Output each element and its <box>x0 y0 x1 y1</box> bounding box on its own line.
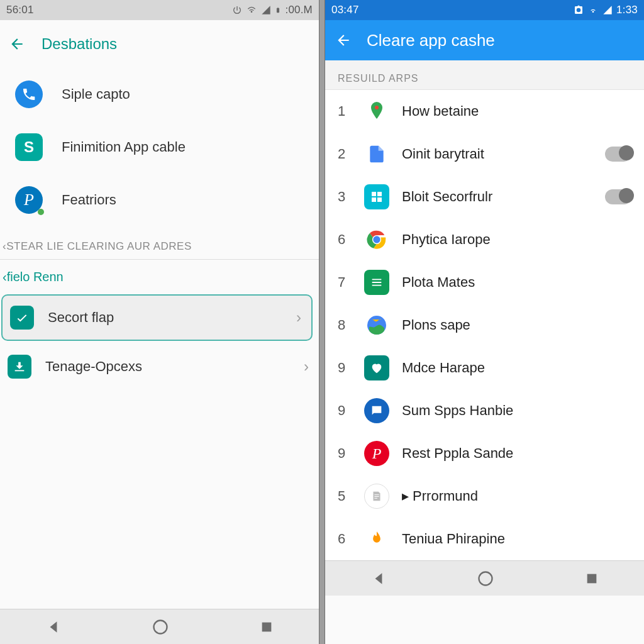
app-name: Phytica Iarope <box>402 231 491 248</box>
message-icon <box>370 404 384 418</box>
app-row[interactable]: 6 Phytica Iarope <box>325 218 644 261</box>
nav-back-icon[interactable] <box>45 619 62 635</box>
row-number: 9 <box>338 402 352 419</box>
docs-icon <box>367 144 387 164</box>
screen-divider <box>319 0 325 644</box>
status-time: 03:47 <box>331 4 359 16</box>
pinterest-icon: P <box>24 191 34 209</box>
status-dot-icon <box>38 209 44 215</box>
letter-s-icon: S <box>24 138 34 156</box>
entry-label: Siple capto <box>62 86 130 103</box>
row-number: 8 <box>338 317 352 333</box>
globe-icon <box>365 314 388 336</box>
nav-home-icon[interactable] <box>477 570 494 587</box>
row-number: 5 <box>338 488 352 504</box>
app-row[interactable]: 2 Oinit barytrait <box>325 133 644 175</box>
status-extra-text: 1:33 <box>616 4 638 16</box>
maps-icon <box>365 100 388 123</box>
app-header: Cleare app cashe <box>325 20 644 60</box>
app-row[interactable]: 9 P Rest Pppla Sande <box>325 432 644 475</box>
app-name: Sum Spps Hanbie <box>402 402 513 419</box>
battery-icon <box>275 5 281 15</box>
svg-rect-1 <box>262 622 272 631</box>
row-number: 6 <box>338 231 352 248</box>
back-arrow-icon[interactable] <box>9 36 25 52</box>
download-icon <box>13 360 26 374</box>
right-screen: 03:47 1:33 Cleare app cashe RESUILD ARPS… <box>325 0 644 644</box>
status-bar-right: 03:47 1:33 <box>325 0 644 20</box>
link-caption[interactable]: ‹fielo Renn <box>0 260 319 293</box>
app-row[interactable]: 5 ▸ Prrormund <box>325 475 644 518</box>
settings-entry-1[interactable]: S Finimition App cable <box>0 121 319 174</box>
power-icon <box>232 5 242 15</box>
heart-icon <box>370 361 384 375</box>
svg-rect-7 <box>587 574 597 583</box>
svg-point-4 <box>373 236 380 243</box>
flame-icon <box>368 530 386 548</box>
chevron-right-icon: › <box>304 358 313 375</box>
nav-recent-icon[interactable] <box>585 572 599 586</box>
status-bar-left: 56:01 :00.M <box>0 0 319 20</box>
row-secort-flap[interactable]: Secort flap › <box>1 294 313 341</box>
wifi-icon <box>246 5 257 15</box>
app-row[interactable]: 9 Sum Spps Hanbie <box>325 389 644 432</box>
svg-point-6 <box>479 572 492 585</box>
page-title: Cleare app cashe <box>367 31 495 50</box>
app-name: Teniua Phirapine <box>402 531 505 547</box>
pinterest-icon: P <box>372 445 382 462</box>
chrome-icon <box>366 229 387 250</box>
signal-icon <box>261 5 271 15</box>
back-row[interactable]: Desbations <box>0 29 319 68</box>
nav-back-icon[interactable] <box>370 570 387 587</box>
settings-entry-2[interactable]: P Featriors <box>0 174 319 226</box>
app-row[interactable]: 9 Mdce Harape <box>325 347 644 389</box>
toggle-switch[interactable] <box>605 189 631 204</box>
nav-recent-icon[interactable] <box>260 620 274 634</box>
nav-bar <box>325 560 644 596</box>
app-list: 1 How betaine 2 Oinit barytrait 3 Bloit … <box>325 90 644 560</box>
app-name: Rest Pppla Sande <box>402 445 513 462</box>
signal-icon <box>602 5 613 15</box>
section-caption: RESUILD ARPS <box>325 60 644 90</box>
chevron-right-icon: › <box>296 309 305 326</box>
entry-label: Featriors <box>62 192 116 208</box>
nav-home-icon[interactable] <box>152 618 169 636</box>
app-row[interactable]: 7 Plota Mates <box>325 261 644 304</box>
row-number: 9 <box>338 360 352 376</box>
status-extra-text: :00.M <box>285 4 313 16</box>
row-number: 3 <box>338 189 352 205</box>
row-label: Tenage-Opcexs <box>45 358 142 375</box>
wifi-icon <box>587 5 599 15</box>
back-arrow-icon[interactable] <box>335 32 352 48</box>
svg-point-0 <box>154 620 167 633</box>
phone-icon <box>21 87 36 102</box>
entry-label: Finimition App cable <box>62 139 186 155</box>
nav-bar <box>0 609 319 644</box>
app-name: Oinit barytrait <box>402 146 484 162</box>
row-label: Secort flap <box>48 309 114 326</box>
row-number: 2 <box>338 146 352 162</box>
app-name: Plota Mates <box>402 274 475 291</box>
app-row[interactable]: 1 How betaine <box>325 90 644 133</box>
svg-point-2 <box>375 106 379 109</box>
page-icon <box>370 489 384 503</box>
row-tenage-opcexs[interactable]: Tenage-Opcexs › <box>0 345 319 389</box>
app-name: ▸ Prrormund <box>402 488 478 504</box>
app-row[interactable]: 8 Plons sape <box>325 304 644 347</box>
toggle-switch[interactable] <box>605 147 631 162</box>
app-name: Plons sape <box>402 317 470 333</box>
status-time: 56:01 <box>6 4 34 16</box>
generic-app-icon <box>369 189 384 204</box>
row-number: 7 <box>338 274 352 291</box>
left-screen: 56:01 :00.M Desbations Siple capto S Fin… <box>0 0 319 644</box>
app-name: How betaine <box>402 103 479 119</box>
settings-entry-0[interactable]: Siple capto <box>0 68 319 121</box>
app-name: Mdce Harape <box>402 360 485 376</box>
section-caption: ‹STEAR LIE CLEARING AUR ADRES <box>0 231 319 260</box>
app-row[interactable]: 3 Bloit Secorfrulr <box>325 175 644 218</box>
row-number: 6 <box>338 531 352 547</box>
screenshot-icon <box>574 5 584 15</box>
check-icon <box>15 311 29 325</box>
app-row[interactable]: 6 Teniua Phirapine <box>325 518 644 560</box>
sheets-icon <box>370 275 384 289</box>
